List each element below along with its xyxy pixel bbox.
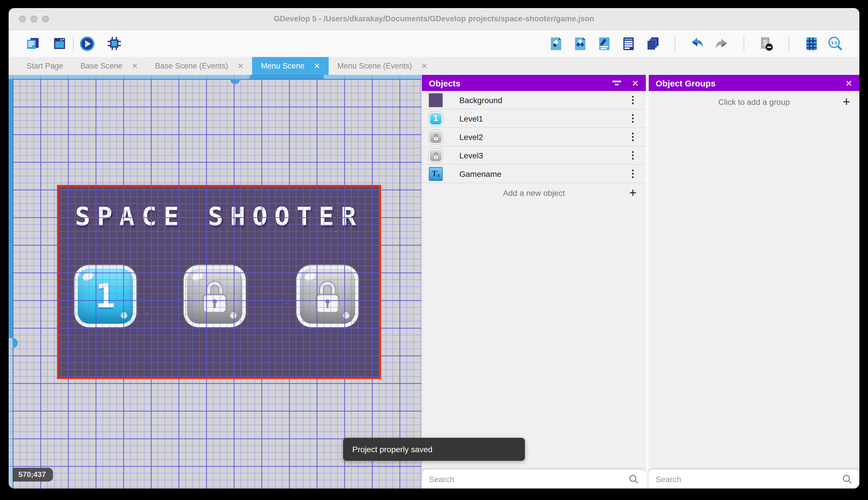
add-new-object-button[interactable]: Add a new object +	[422, 183, 646, 202]
object-groups-search-input[interactable]	[656, 474, 842, 484]
redo-icon[interactable]	[714, 36, 729, 51]
level2-locked-button-instance[interactable]	[184, 265, 246, 327]
object-row-level3[interactable]: Level3 ⋮	[422, 146, 646, 165]
lock-icon	[313, 278, 342, 314]
object-menu-icon[interactable]: ⋮	[628, 150, 638, 160]
properties-panel-icon[interactable]	[596, 36, 612, 51]
scene-editor-canvas[interactable]: SPACE SHOOTER + + + + + + + 1	[9, 75, 421, 488]
toolbar-divider	[788, 36, 789, 51]
sparkle-decoration: +	[230, 211, 234, 218]
object-row-gamename[interactable]: Tx Gamename ⋮	[422, 165, 646, 183]
object-row-level1[interactable]: 1 Level1 ⋮	[422, 110, 646, 128]
object-name: Level3	[459, 151, 628, 160]
object-groups-search-bar	[649, 469, 859, 488]
background-thumbnail	[429, 93, 443, 107]
objects-panel-header: Objects ✕	[422, 75, 646, 91]
scene-title-text[interactable]: SPACE SHOOTER	[59, 202, 379, 231]
search-icon	[629, 474, 639, 484]
canvas-horizontal-scrollbar[interactable]	[9, 75, 421, 79]
level1-thumbnail: 1	[429, 112, 443, 125]
undo-icon[interactable]	[690, 36, 705, 51]
toolbar-preview-group	[80, 36, 122, 51]
object-groups-panel-icon[interactable]	[572, 36, 588, 51]
svg-text:1:1: 1:1	[831, 40, 837, 45]
vertical-scrollbar-thumb[interactable]	[9, 79, 13, 338]
sparkle-decoration: +	[107, 354, 111, 361]
lock-icon	[433, 133, 439, 141]
cursor-coordinates-badge: 570;437	[13, 468, 53, 481]
filter-icon[interactable]	[613, 81, 621, 85]
plus-icon: +	[629, 183, 637, 202]
level1-number: 1	[95, 276, 115, 316]
toolbar-divider	[675, 36, 675, 51]
toolbar-left-group	[25, 36, 67, 51]
object-menu-icon[interactable]: ⋮	[628, 132, 638, 142]
object-groups-panel: Object Groups ✕ Click to add a group +	[649, 75, 859, 488]
object-menu-icon[interactable]: ⋮	[628, 169, 638, 179]
lock-icon	[433, 151, 439, 159]
sparkle-decoration: +	[145, 310, 149, 317]
level2-thumbnail	[429, 130, 443, 144]
object-groups-empty-space	[649, 112, 859, 469]
main-toolbar: 1:1	[9, 30, 859, 57]
plus-icon: +	[843, 91, 850, 112]
tab-start-page[interactable]: Start Page	[18, 57, 72, 75]
close-tab-icon[interactable]: ✕	[131, 61, 138, 70]
objects-search-bar	[422, 469, 646, 488]
play-preview-icon[interactable]	[80, 36, 95, 51]
scene-window-icon[interactable]	[52, 36, 67, 51]
debug-icon[interactable]	[106, 36, 122, 51]
toolbar-right-group: 1:1	[548, 36, 843, 51]
tab-label: Start Page	[26, 61, 63, 70]
object-row-level2[interactable]: Level2 ⋮	[422, 128, 646, 146]
objects-panel-empty-space	[422, 202, 646, 469]
tab-base-scene-events[interactable]: Base Scene (Events) ✕	[146, 57, 252, 75]
close-tab-icon[interactable]: ✕	[421, 61, 428, 70]
object-row-background[interactable]: Background ⋮	[422, 91, 646, 110]
horizontal-scrollbar-marker[interactable]	[230, 79, 240, 84]
level3-thumbnail	[429, 148, 443, 162]
layers-panel-icon[interactable]	[645, 36, 660, 51]
grid-icon[interactable]	[804, 36, 819, 51]
level1-button-instance[interactable]: 1	[74, 265, 137, 327]
close-tab-icon[interactable]: ✕	[237, 61, 244, 70]
objects-panel-icon[interactable]	[548, 36, 563, 51]
tab-menu-scene[interactable]: Menu Scene ✕	[253, 57, 329, 75]
add-group-label: Click to add a group	[718, 97, 790, 106]
close-object-groups-panel-icon[interactable]: ✕	[845, 79, 853, 87]
editor-tabs: Start Page Base Scene ✕ Base Scene (Even…	[9, 57, 859, 75]
objects-panel: Objects ✕ Background ⋮ 1 Level1 ⋮	[421, 75, 646, 488]
object-name: Background	[459, 95, 628, 104]
objects-panel-title: Objects	[429, 78, 602, 88]
remove-instances-icon[interactable]	[759, 36, 774, 51]
horizontal-scrollbar-thumb[interactable]	[250, 75, 324, 79]
sparkle-decoration: +	[355, 324, 359, 331]
object-menu-icon[interactable]: ⋮	[628, 95, 638, 105]
canvas-vertical-scrollbar[interactable]	[9, 79, 13, 488]
scene-background-instance[interactable]: SPACE SHOOTER + + + + + + + 1	[59, 186, 379, 377]
zoom-1-1-icon[interactable]: 1:1	[828, 36, 843, 51]
objects-search-input[interactable]	[429, 474, 629, 484]
tab-label: Menu Scene	[261, 61, 305, 70]
panel-divider[interactable]	[646, 75, 649, 488]
project-manager-icon[interactable]	[25, 36, 40, 51]
toolbar-divider	[744, 36, 744, 51]
sparkle-decoration: +	[284, 299, 288, 306]
tab-base-scene[interactable]: Base Scene ✕	[72, 57, 146, 75]
add-group-button[interactable]: Click to add a group +	[649, 91, 859, 112]
title-bar: GDevelop 5 - /Users/dkarakay/Documents/G…	[9, 8, 859, 30]
object-menu-icon[interactable]: ⋮	[628, 113, 638, 123]
tab-label: Menu Scene (Events)	[337, 61, 412, 70]
instances-list-panel-icon[interactable]	[621, 36, 636, 51]
vertical-scrollbar-marker[interactable]	[13, 338, 18, 348]
save-toast: Project properly saved	[343, 438, 525, 461]
level3-locked-button-instance[interactable]	[296, 265, 359, 327]
close-objects-panel-icon[interactable]: ✕	[632, 79, 639, 87]
object-name: Level2	[459, 132, 628, 141]
screenshot-stage: GDevelop 5 - /Users/dkarakay/Documents/G…	[0, 0, 868, 500]
tab-menu-scene-events[interactable]: Menu Scene (Events) ✕	[329, 57, 436, 75]
toolbar-divider	[73, 36, 74, 51]
tab-label: Base Scene	[81, 61, 122, 70]
close-tab-icon[interactable]: ✕	[314, 61, 320, 70]
toast-message: Project properly saved	[352, 445, 433, 454]
